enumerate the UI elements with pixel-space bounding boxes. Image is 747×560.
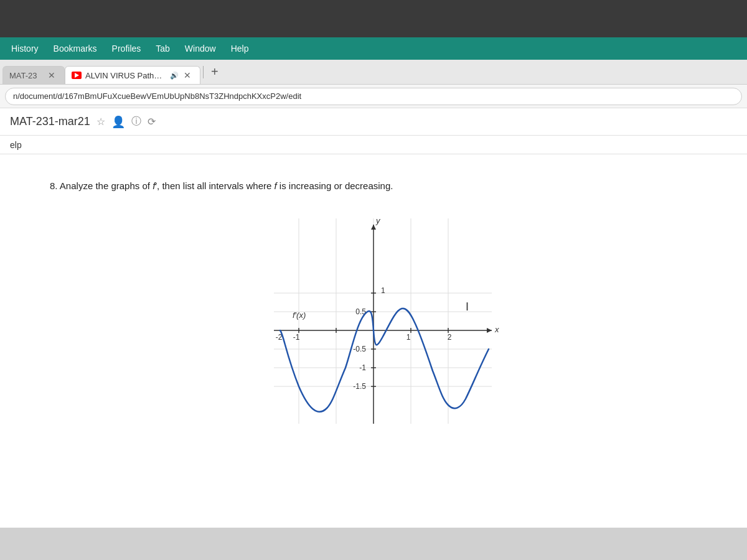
top-chrome-bar (0, 0, 747, 37)
help-label: elp (10, 140, 22, 150)
svg-text:1: 1 (406, 333, 411, 342)
graph-container: -1 -0.5 1 -2 x y 1 0.5 -0.5 -1 -1.5 f′(x… (50, 212, 697, 436)
menu-help[interactable]: Help (225, 41, 255, 56)
tab-separator (203, 66, 204, 78)
function-graph: -1 -0.5 1 -2 x y 1 0.5 -0.5 -1 -1.5 f′(x… (230, 212, 517, 436)
doc-title-bar: MAT-231-mar21 ☆ 👤 ⓘ ⟳ (0, 108, 747, 136)
info-icon[interactable]: ⓘ (131, 115, 141, 128)
tab-mat23-label: MAT-23 (9, 71, 37, 80)
question-text: 8. Analyze the graphs of f′, then list a… (50, 179, 697, 194)
tab-alvin-close[interactable]: ✕ (182, 70, 192, 80)
address-bar[interactable]: n/document/d/167mBmUFuXcueBewVEmUbUpNb8N… (5, 88, 742, 105)
main-content: 8. Analyze the graphs of f′, then list a… (0, 154, 747, 528)
tab-alvin-label: ALVIN VIRUS Pathophysiol (85, 71, 166, 80)
new-tab-button[interactable]: + (206, 65, 223, 79)
menu-window[interactable]: Window (179, 41, 222, 56)
svg-text:f′(x): f′(x) (293, 310, 306, 320)
menu-profiles[interactable]: Profiles (106, 41, 148, 56)
question-body: Analyze the graphs of f′, then list all … (60, 180, 393, 191)
youtube-icon (72, 72, 82, 79)
svg-text:-0.5: -0.5 (353, 345, 366, 353)
svg-text:-1.5: -1.5 (353, 382, 366, 391)
question-number: 8. (50, 180, 58, 191)
tab-bar: MAT-23 ✕ ALVIN VIRUS Pathophysiol 🔊 ✕ + (0, 60, 747, 85)
address-bar-row: n/document/d/167mBmUFuXcueBewVEmUbUpNb8N… (0, 85, 747, 108)
tab-alvin[interactable]: ALVIN VIRUS Pathophysiol 🔊 ✕ (65, 66, 200, 84)
history-doc-icon[interactable]: ⟳ (148, 116, 156, 128)
svg-text:-1: -1 (359, 363, 366, 372)
menu-bar: History Bookmarks Profiles Tab Window He… (0, 37, 747, 60)
menu-bookmarks[interactable]: Bookmarks (47, 41, 103, 56)
audio-icon: 🔊 (170, 72, 179, 80)
svg-text:2: 2 (448, 333, 452, 342)
svg-text:I: I (466, 301, 469, 313)
svg-text:1: 1 (381, 286, 385, 295)
help-bar: elp (0, 136, 747, 154)
menu-tab[interactable]: Tab (149, 41, 176, 56)
url-text: n/document/d/167mBmUFuXcueBewVEmUbUpNb8N… (13, 91, 301, 101)
tab-mat23[interactable]: MAT-23 ✕ (2, 66, 65, 84)
star-icon[interactable]: ☆ (96, 116, 105, 128)
tab-mat23-close[interactable]: ✕ (47, 70, 57, 80)
menu-history[interactable]: History (5, 41, 45, 56)
collab-icon[interactable]: 👤 (111, 115, 125, 129)
svg-text:-1: -1 (293, 333, 300, 342)
svg-text:x: x (494, 325, 499, 334)
doc-title: MAT-231-mar21 (10, 115, 90, 128)
